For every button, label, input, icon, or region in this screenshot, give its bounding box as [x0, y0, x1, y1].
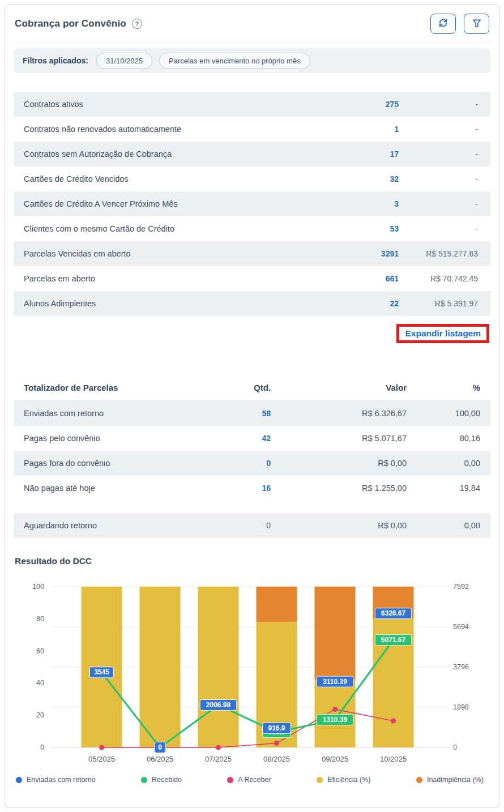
legend-item[interactable]: Enviadas com retorno — [16, 776, 96, 784]
page-title: Cobrança por Convênio — [15, 18, 126, 29]
left-axis-tick: 20 — [36, 711, 44, 719]
refresh-icon — [438, 18, 448, 29]
applied-filters-bar: Filtros aplicados: 31/10/2025Parcelas em… — [14, 48, 490, 73]
legend-label: Recebido — [152, 776, 182, 784]
x-axis-label: 05/2025 — [88, 755, 115, 763]
x-axis-label: 10/2025 — [380, 755, 407, 763]
legend-label: Eficiência (%) — [327, 776, 370, 784]
summary-row-label: Cartões de Crédito A Vencer Próximo Mês — [24, 199, 353, 208]
summary-table: Contratos ativos275-Contratos não renova… — [14, 92, 490, 316]
help-icon[interactable]: ? — [132, 19, 142, 29]
left-axis-tick: 100 — [32, 583, 44, 591]
expand-listing-link[interactable]: Expandir listagem — [405, 328, 481, 338]
summary-row-count-link[interactable]: 53 — [353, 224, 399, 233]
totalizer-row-label: Pagas pelo convênio — [24, 434, 231, 443]
bar-inadimplencia — [315, 587, 356, 679]
totalizer-row-label: Enviadas com retorno — [24, 409, 231, 418]
summary-row-count-link[interactable]: 3 — [353, 199, 399, 208]
x-axis-label: 09/2025 — [322, 755, 348, 763]
summary-row-value: - — [399, 125, 478, 134]
totalizer-section: Totalizador de Parcelas Qtd. Valor % Env… — [14, 375, 490, 538]
bar-eficiencia — [315, 679, 356, 747]
summary-row: Contratos sem Autorização de Cobrança17- — [14, 142, 490, 166]
point-a-receber — [332, 707, 338, 712]
legend-item[interactable]: Inadimplência (%) — [416, 776, 484, 784]
totalizer-row: Não pagas até hoje16R$ 1.255,0019,84 — [14, 476, 490, 501]
label-recebido-text: 1310.39 — [323, 716, 348, 724]
summary-row-label: Cartões de Crédito Vencidos — [24, 174, 353, 183]
totalizer-row-label: Não pagas até hoje — [24, 484, 231, 493]
totalizer-valor: R$ 1.255,00 — [271, 484, 407, 493]
summary-row-label: Contratos não renovados automaticamente — [24, 125, 353, 134]
x-axis-label: 08/2025 — [263, 755, 290, 763]
totalizer-qtd-link[interactable]: 0 — [231, 459, 271, 468]
summary-row: Cartões de Crédito A Vencer Próximo Mês3… — [14, 191, 490, 216]
column-header-valor: Valor — [271, 383, 407, 392]
legend-item[interactable]: Recebido — [141, 776, 182, 784]
summary-row-count-link[interactable]: 32 — [353, 174, 399, 183]
filter-button[interactable] — [464, 14, 489, 34]
label-enviadas-text: 0 — [158, 743, 162, 751]
totalizer-pct: 80,16 — [407, 434, 480, 443]
label-enviadas-text: 6326.67 — [381, 609, 406, 617]
filter-chips: 31/10/2025Parcelas em vencimento no próp… — [96, 53, 310, 69]
legend-dot — [227, 777, 233, 783]
filter-chip[interactable]: Parcelas em vencimento no próprio mês — [159, 53, 310, 69]
totalizer-row: Enviadas com retorno58R$ 6.326,67100,00 — [14, 401, 490, 426]
totalizer-pct: 0,00 — [407, 521, 480, 530]
column-header-qtd: Qtd. — [231, 383, 271, 392]
summary-row-count-link[interactable]: 22 — [353, 299, 399, 308]
totalizer-valor: R$ 0,00 — [271, 459, 407, 468]
point-a-receber — [99, 745, 104, 750]
chart-legend: Enviadas com retornoRecebidoA ReceberEfi… — [14, 771, 490, 784]
refresh-button[interactable] — [430, 14, 456, 34]
totalizer-qtd: 0 — [231, 521, 271, 530]
bar-eficiencia — [140, 587, 181, 747]
totalizer-valor: R$ 6.326,67 — [271, 409, 407, 418]
left-axis-tick: 0 — [40, 743, 44, 751]
totalizer-qtd-link[interactable]: 16 — [231, 484, 271, 493]
legend-item[interactable]: A Receber — [227, 776, 271, 784]
chart-area: 0204060801000189837965694759205/202506/2… — [14, 580, 490, 784]
summary-row-count-link[interactable]: 3291 — [353, 249, 399, 258]
chart-title: Resultado do DCC — [14, 556, 490, 566]
right-axis-tick: 7592 — [453, 583, 469, 591]
annotation-highlight-box: Expandir listagem — [396, 324, 489, 343]
filter-chip[interactable]: 31/10/2025 — [96, 53, 152, 69]
totalizer-row-label: Pagas fora do convênio — [24, 459, 231, 468]
totalizer-pct: 19,84 — [407, 484, 480, 493]
summary-row: Clientes com o mesmo Cartão de Crédito53… — [14, 216, 490, 241]
legend-dot — [416, 777, 422, 783]
label-enviadas-text: 916.9 — [268, 724, 285, 732]
totalizer-body: Enviadas com retorno58R$ 6.326,67100,00P… — [14, 401, 490, 538]
right-axis-tick: 0 — [453, 743, 457, 751]
summary-row: Contratos ativos275- — [14, 92, 490, 117]
legend-dot — [317, 777, 323, 783]
summary-row-value: - — [399, 224, 478, 233]
totalizer-pct: 100,00 — [407, 409, 480, 418]
summary-row-count-link[interactable]: 17 — [353, 149, 399, 159]
bar-eficiencia — [198, 587, 239, 747]
summary-row-value: - — [399, 174, 478, 183]
summary-row: Parcelas em aberto661R$ 70.742,45 — [14, 266, 490, 291]
summary-row-count-link[interactable]: 1 — [353, 125, 399, 134]
summary-row-value: R$ 5.391,97 — [399, 299, 478, 308]
right-axis-tick: 1898 — [453, 703, 469, 711]
summary-row-count-link[interactable]: 275 — [353, 100, 399, 109]
legend-item[interactable]: Eficiência (%) — [317, 776, 370, 784]
label-enviadas-text: 3110.39 — [323, 678, 347, 686]
totalizer-valor: R$ 5.071,67 — [271, 434, 407, 443]
totalizer-gap — [14, 501, 490, 513]
summary-row: Alunos Adimplentes22R$ 5.391,97 — [14, 291, 490, 316]
summary-row-count-link[interactable]: 661 — [353, 274, 399, 283]
legend-dot — [141, 777, 147, 783]
legend-label: A Receber — [238, 776, 271, 784]
funnel-icon — [472, 19, 481, 29]
left-axis-tick: 80 — [36, 615, 44, 623]
totalizer-qtd-link[interactable]: 58 — [231, 409, 271, 418]
summary-row-value: R$ 515.277,63 — [399, 249, 478, 258]
totalizer-row-label: Aguardando retorno — [24, 521, 231, 530]
totalizer-qtd-link[interactable]: 42 — [231, 434, 271, 443]
totalizer-row: Pagas pelo convênio42R$ 5.071,6780,16 — [14, 426, 490, 451]
dcc-chart: 0204060801000189837965694759205/202506/2… — [14, 580, 490, 769]
